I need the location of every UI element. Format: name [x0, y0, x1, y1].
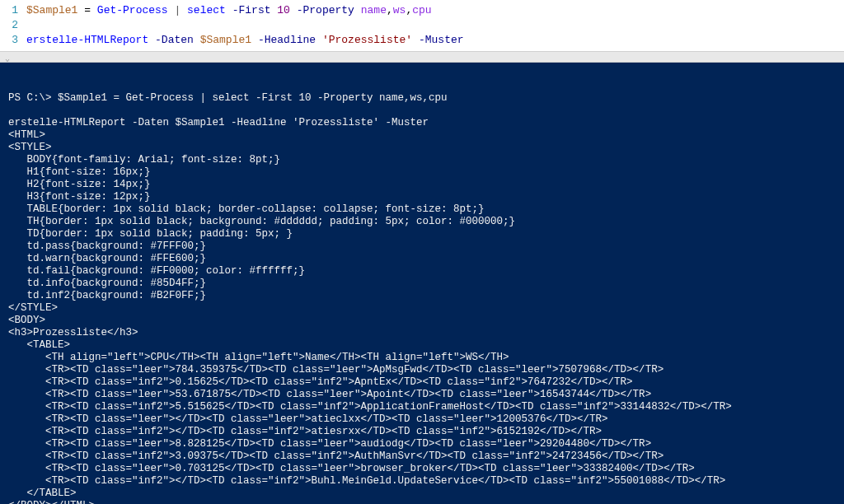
line-content[interactable]: $Sample1 = Get-Process | select -First 1…: [26, 3, 844, 18]
editor-line[interactable]: 3erstelle-HTMLReport -Daten $Sample1 -He…: [0, 33, 844, 48]
script-editor[interactable]: 1$Sample1 = Get-Process | select -First …: [0, 0, 844, 51]
line-number: 2: [0, 18, 26, 33]
line-number: 1: [0, 3, 26, 18]
chevron-down-icon: ⌄: [5, 54, 10, 63]
line-content[interactable]: erstelle-HTMLReport -Daten $Sample1 -Hea…: [26, 33, 844, 48]
editor-line[interactable]: 1$Sample1 = Get-Process | select -First …: [0, 3, 844, 18]
line-number: 3: [0, 33, 26, 48]
line-content[interactable]: [26, 18, 844, 33]
pane-divider[interactable]: ⌄: [0, 51, 844, 63]
console-text: PS C:\> $Sample1 = Get-Process | select …: [8, 92, 836, 504]
console-output[interactable]: PS C:\> $Sample1 = Get-Process | select …: [0, 63, 844, 504]
editor-line[interactable]: 2: [0, 18, 844, 33]
